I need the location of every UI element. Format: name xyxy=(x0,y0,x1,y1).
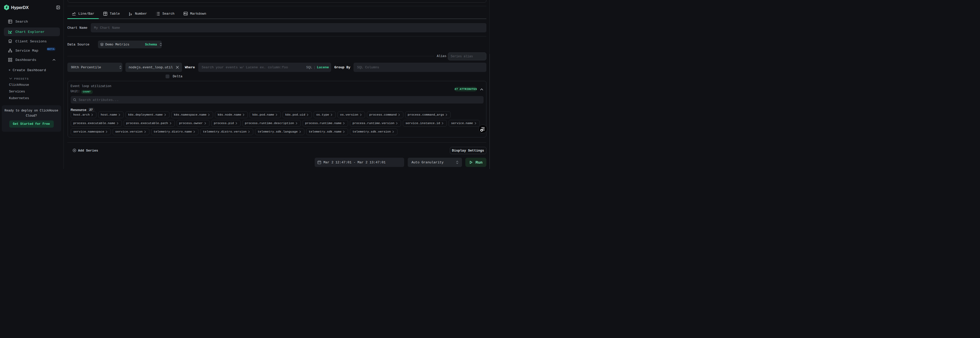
svg-text:2: 2 xyxy=(129,14,130,16)
svg-text:3: 3 xyxy=(130,13,132,16)
